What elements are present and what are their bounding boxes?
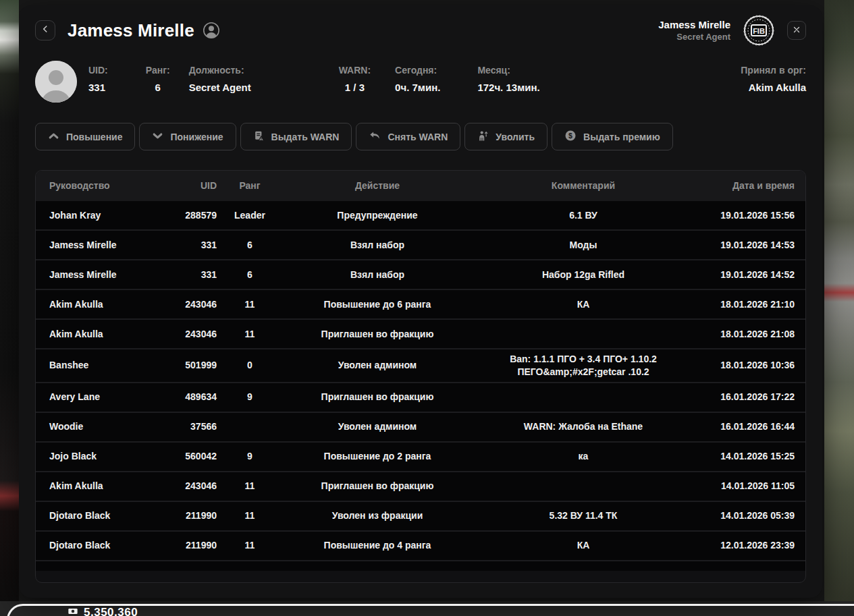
stat-value: 6 xyxy=(146,82,170,93)
money-amount: 5,350,360 xyxy=(84,606,138,616)
table-cell: 0 xyxy=(217,356,283,375)
table-row: Akim Akulla24304611Повышение до 6 рангаК… xyxy=(36,290,805,320)
table-cell: 14.01.2026 05:39 xyxy=(695,506,805,526)
action-button-label: Понижение xyxy=(170,132,223,142)
table-cell: 6 xyxy=(217,265,283,285)
action-button-повышение[interactable]: Повышение xyxy=(35,123,135,150)
table-row: Jojo Black5600429Повышение до 2 рангака1… xyxy=(36,443,805,472)
back-button[interactable] xyxy=(35,20,55,40)
stat-item-3: Должность:Secret Agent xyxy=(189,61,251,93)
table-cell: Avery Lane xyxy=(36,387,171,407)
table-row: Banshee5019990Уволен админомBan: 1.1.1 П… xyxy=(36,349,805,383)
table-cell: 211990 xyxy=(171,536,217,555)
table-cell: 16.01.2026 16:44 xyxy=(695,417,805,437)
column-header: Руководство xyxy=(36,176,171,196)
table-cell: Уволен из фракции xyxy=(283,506,472,526)
column-header: Дата и время xyxy=(695,176,805,196)
fib-seal-icon: FIB xyxy=(743,14,775,47)
table-cell: 11 xyxy=(217,506,283,526)
action-buttons-row: ПовышениеПонижениеВыдать WARNСнять WARNУ… xyxy=(35,123,806,150)
table-cell: Повышение до 2 ранга xyxy=(283,447,472,466)
table-cell: ка xyxy=(472,447,695,466)
table-cell: 501999 xyxy=(171,356,217,375)
table-cell: 243046 xyxy=(171,295,217,314)
stat-label: Месяц: xyxy=(477,65,539,76)
action-button-понижение[interactable]: Понижение xyxy=(139,123,236,150)
stat-item-7: Принял в орг:Akim Akulla xyxy=(741,61,806,93)
table-cell: 18.01.2026 21:08 xyxy=(695,325,805,344)
stat-value: Akim Akulla xyxy=(741,82,806,93)
table-row: Djotaro Black21199011Уволен из фракции5.… xyxy=(36,502,805,532)
table-row: Avery Lane4896349Приглашен во фракцию16.… xyxy=(36,383,805,413)
dollar-circle-icon: $ xyxy=(564,130,577,144)
table-cell: Djotaro Black xyxy=(36,536,171,555)
chevron-up-icon xyxy=(48,130,59,144)
table-cell: Djotaro Black xyxy=(36,506,171,526)
table-cell: Banshee xyxy=(36,356,171,375)
table-row-partial xyxy=(36,561,805,571)
table-cell: 19.01.2026 14:52 xyxy=(695,265,805,285)
person-circle-icon[interactable] xyxy=(203,22,220,39)
table-cell: 37566 xyxy=(171,417,217,437)
stat-item-1: UID:331 xyxy=(88,61,108,93)
stat-label: Ранг: xyxy=(146,65,170,76)
column-header: Ранг xyxy=(217,176,283,196)
table-cell: 18.01.2026 21:10 xyxy=(695,295,805,314)
stat-value: 172ч. 13мин. xyxy=(477,82,539,93)
current-user-block: Jamess Mirelle Secret Agent xyxy=(658,19,730,42)
stat-value: Secret Agent xyxy=(189,82,251,93)
table-cell: 9 xyxy=(217,447,283,466)
table-cell: 489634 xyxy=(171,387,217,407)
game-screen: 5,350,360 Jamess Mirelle xyxy=(0,0,854,616)
person-remove-icon xyxy=(477,130,489,144)
table-cell: 14.01.2026 11:05 xyxy=(695,476,805,496)
table-cell: 11 xyxy=(217,536,283,555)
stat-item-4: WARN:1 / 3 xyxy=(339,61,371,93)
table-cell xyxy=(472,483,695,490)
chevron-down-icon xyxy=(152,130,163,144)
table-cell: 14.01.2026 15:25 xyxy=(695,447,805,466)
table-cell xyxy=(472,394,695,401)
chevron-left-icon xyxy=(41,24,50,36)
table-cell: Johan Kray xyxy=(36,206,171,225)
table-cell: Набор 12ga Rifled xyxy=(472,265,695,285)
table-row: Djotaro Black21199011Повышение до 4 ранг… xyxy=(36,532,805,561)
stat-label: Сегодня: xyxy=(395,65,440,76)
action-button-label: Выдать WARN xyxy=(271,132,340,142)
table-row: Akim Akulla24304611Приглашен во фракцию1… xyxy=(36,320,805,349)
table-cell: Jojo Black xyxy=(36,447,171,466)
action-button-снять-warn[interactable]: Снять WARN xyxy=(356,123,460,150)
table-cell: 6 xyxy=(217,235,283,255)
table-cell: Моды xyxy=(472,235,695,255)
table-cell: 288579 xyxy=(171,206,217,225)
table-row: Jamess Mirelle3316Взял наборМоды19.01.20… xyxy=(36,231,805,260)
stat-label: Должность: xyxy=(189,65,251,76)
table-cell: 560042 xyxy=(171,447,217,466)
action-button-выдать-warn[interactable]: Выдать WARN xyxy=(240,123,352,150)
action-button-label: Повышение xyxy=(66,132,122,142)
table-cell: 5.32 ВУ 11.4 ТК xyxy=(472,506,695,526)
game-backdrop-left xyxy=(0,0,19,616)
action-button-label: Выдать премию xyxy=(583,132,660,142)
close-button[interactable] xyxy=(787,21,806,40)
table-cell: 19.01.2026 14:53 xyxy=(695,235,805,255)
table-cell: 211990 xyxy=(171,506,217,526)
stat-value: 331 xyxy=(88,82,108,93)
table-cell: Предупреждение xyxy=(283,206,472,225)
action-button-выдать-премию[interactable]: $Выдать премию xyxy=(552,123,673,150)
action-button-уволить[interactable]: Уволить xyxy=(464,123,548,150)
table-cell xyxy=(472,331,695,337)
close-icon xyxy=(793,24,801,36)
member-avatar xyxy=(35,61,77,103)
table-cell: Akim Akulla xyxy=(36,325,171,344)
table-cell: Jamess Mirelle xyxy=(36,265,171,285)
table-body: Johan Kray288579LeaderПредупреждение6.1 … xyxy=(36,201,805,561)
stat-value: 1 / 3 xyxy=(339,82,371,93)
action-button-label: Снять WARN xyxy=(388,132,448,142)
table-cell: КА xyxy=(472,295,695,314)
table-cell: 331 xyxy=(171,235,217,255)
banknote-icon xyxy=(68,606,78,616)
table-row: Jamess Mirelle3316Взял наборНабор 12ga R… xyxy=(36,260,805,290)
table-cell: Приглашен во фракцию xyxy=(283,387,472,407)
action-button-label: Уволить xyxy=(496,132,535,142)
